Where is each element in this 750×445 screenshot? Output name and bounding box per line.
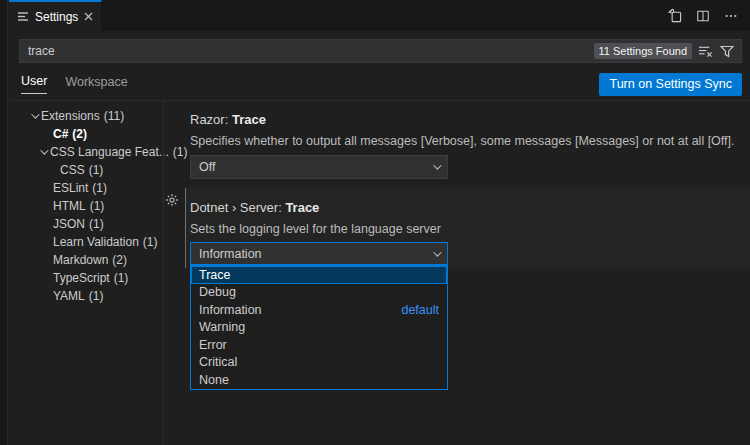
dropdown-option-error[interactable]: Error xyxy=(191,336,447,354)
chevron-down-icon xyxy=(31,110,39,118)
trace-level-dropdown: Trace Debug Information default Warning … xyxy=(190,265,448,390)
tab-workspace[interactable]: Workspace xyxy=(65,75,127,94)
settings-editor: 11 Settings Found User Workspace Turn on… xyxy=(9,31,750,445)
toc-item-html[interactable]: HTML (1) xyxy=(9,197,163,215)
tab-title: Settings xyxy=(35,10,78,24)
tab-settings[interactable]: Settings xyxy=(9,0,102,31)
dropdown-option-debug[interactable]: Debug xyxy=(191,284,447,302)
toc-item-json[interactable]: JSON (1) xyxy=(9,215,163,233)
default-badge: default xyxy=(401,303,439,317)
close-icon[interactable] xyxy=(84,12,93,21)
open-settings-json-icon[interactable] xyxy=(667,8,682,23)
gear-icon[interactable] xyxy=(165,193,179,207)
focused-setting-indicator xyxy=(185,188,186,268)
toc-item-css[interactable]: CSS (1) xyxy=(9,161,163,179)
turn-on-settings-sync-button[interactable]: Turn on Settings Sync xyxy=(599,73,742,96)
scope-tabs-row: User Workspace Turn on Settings Sync xyxy=(21,71,742,97)
chevron-down-icon xyxy=(433,161,441,169)
chevron-down-icon xyxy=(433,248,441,256)
settings-editor-icon xyxy=(17,11,29,22)
dotnet-server-trace-select[interactable]: Information xyxy=(190,242,448,265)
more-actions-icon[interactable] xyxy=(724,9,738,23)
razor-trace-select[interactable]: Off xyxy=(190,155,448,179)
toc-item-yaml[interactable]: YAML (1) xyxy=(9,287,163,305)
results-count-badge: 11 Settings Found xyxy=(594,43,692,59)
search-input[interactable] xyxy=(20,40,594,62)
setting-title-dotnet-server-trace: Dotnet › Server: Trace xyxy=(190,200,319,215)
toc-item-csharp[interactable]: C# (2) xyxy=(9,125,163,143)
tab-bar: Settings xyxy=(9,0,750,31)
toc-item-learn-validation[interactable]: Learn Validation (1) xyxy=(9,233,163,251)
setting-title-razor-trace: Razor: Trace xyxy=(190,112,266,127)
dropdown-option-none[interactable]: None xyxy=(191,371,447,389)
toc-item-extensions[interactable]: Extensions (11) xyxy=(9,107,163,125)
setting-desc-razor-trace: Specifies whether to output all messages… xyxy=(190,134,735,148)
setting-desc-dotnet-server-trace: Sets the logging level for the language … xyxy=(190,222,441,236)
chevron-down-icon xyxy=(40,146,48,154)
settings-toc: Extensions (11) C# (2) CSS Language Feat… xyxy=(9,107,163,305)
toc-item-css-language-features[interactable]: CSS Language Feat... (1) xyxy=(9,143,163,161)
settings-search-bar: 11 Settings Found xyxy=(19,39,742,63)
sidebar-edge xyxy=(0,0,8,445)
dropdown-option-critical[interactable]: Critical xyxy=(191,354,447,372)
split-editor-icon[interactable] xyxy=(696,9,710,23)
tab-user[interactable]: User xyxy=(21,74,47,94)
editor-actions xyxy=(667,0,750,31)
toc-item-markdown[interactable]: Markdown (2) xyxy=(9,251,163,269)
dropdown-option-warning[interactable]: Warning xyxy=(191,319,447,337)
toc-item-typescript[interactable]: TypeScript (1) xyxy=(9,269,163,287)
clear-search-results-icon[interactable] xyxy=(698,45,713,58)
dropdown-option-trace[interactable]: Trace xyxy=(191,266,447,284)
toc-item-eslint[interactable]: ESLint (1) xyxy=(9,179,163,197)
filter-icon[interactable] xyxy=(720,45,734,58)
dropdown-option-information[interactable]: Information default xyxy=(191,301,447,319)
settings-list: Razor: Trace Specifies whether to output… xyxy=(164,100,750,445)
